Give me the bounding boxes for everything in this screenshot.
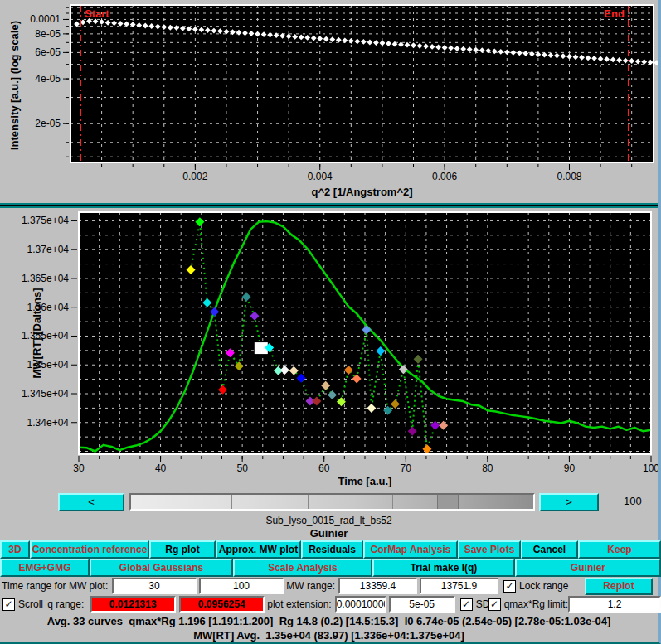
button-3d[interactable]: 3D <box>0 540 30 559</box>
button-row-2: EMG+GMG Global Gaussians Scale Analysis … <box>0 559 661 577</box>
scroll-wrap: ✓ Scroll <box>0 598 47 611</box>
q-to-input[interactable] <box>179 596 265 613</box>
svg-text:0.002: 0.002 <box>182 171 207 182</box>
button-row-1: 3D Concentration reference Rg plot Appro… <box>0 540 661 559</box>
svg-text:8e-05: 8e-05 <box>35 28 61 40</box>
status-line-1: Avg. 33 curves qmax*Rg 1.196 [1.191:1.20… <box>0 615 658 629</box>
time-range-label: Time range for MW plot: <box>0 580 112 592</box>
time-range-row: Time range for MW plot: MW range: ✓ Lock… <box>0 577 661 595</box>
svg-text:0.008: 0.008 <box>557 171 581 182</box>
lock-range-checkbox[interactable]: ✓ <box>503 580 516 593</box>
q-range-label: q range: <box>47 598 90 610</box>
button-scale-analysis[interactable]: Scale Analysis <box>233 559 372 577</box>
qmax-rg-wrap: ✓ qmax*Rg limit: <box>488 598 568 611</box>
svg-text:50: 50 <box>236 462 248 474</box>
guinier-plot-panel: Intensity [a.u.] (log scale) 0.0020.0040… <box>0 0 658 203</box>
scroll-checkbox[interactable]: ✓ <box>2 598 15 611</box>
button-residuals[interactable]: Residuals <box>301 540 363 559</box>
svg-text:1.365e+04: 1.365e+04 <box>22 273 69 284</box>
button-emg-gmg[interactable]: EMG+GMG <box>0 559 90 577</box>
guinier-xlabel: q^2 [1/Angstrom^2] <box>70 186 654 198</box>
scroll-label: Scroll <box>18 598 43 610</box>
svg-text:60: 60 <box>318 462 330 474</box>
mw-from-input[interactable] <box>338 578 417 594</box>
svg-text:0.004: 0.004 <box>308 171 333 182</box>
qmax-rg-label: qmax*Rg limit: <box>504 598 568 610</box>
plot-extension-label: plot extension: <box>265 598 335 610</box>
svg-text:100: 100 <box>643 462 658 474</box>
position-wheel[interactable] <box>129 493 535 511</box>
button-cormap-analysis[interactable]: CorMap Analysis <box>363 540 458 559</box>
mw-plot-canvas[interactable]: 304050607080901001.375e+041.37e+041.365e… <box>0 209 658 475</box>
time-to-input[interactable] <box>199 578 284 594</box>
lock-range-label: Lock range <box>519 580 568 592</box>
svg-text:0.006: 0.006 <box>432 171 457 182</box>
q-range-row: ✓ Scroll q range: plot extension: ✓ SD ✓… <box>0 595 661 613</box>
svg-text:40: 40 <box>155 462 167 474</box>
button-rg-plot[interactable]: Rg plot <box>149 540 216 559</box>
svg-text:2e-05: 2e-05 <box>35 118 61 129</box>
ext-from-input[interactable] <box>335 596 386 613</box>
button-replot[interactable]: Replot <box>585 578 653 595</box>
qmax-rg-checkbox[interactable]: ✓ <box>488 598 501 611</box>
button-save-plots[interactable]: Save Plots <box>458 540 521 559</box>
svg-text:70: 70 <box>401 462 412 474</box>
mw-plot-panel: MW[RT] [Daltons] 304050607080901001.375e… <box>0 209 658 492</box>
mw-to-input[interactable] <box>420 578 498 594</box>
button-concentration-reference[interactable]: Concentration reference <box>30 540 149 559</box>
svg-text:90: 90 <box>564 462 576 474</box>
guinier-ylabel: Intensity [a.u.] (log scale) <box>8 21 21 150</box>
wheel-thumb[interactable] <box>437 495 459 509</box>
sd-checkbox[interactable]: ✓ <box>460 598 473 611</box>
svg-text:4e-05: 4e-05 <box>35 73 61 85</box>
scroll-left-button[interactable]: < <box>58 493 124 511</box>
timeline-scroll-row: < > 100 <box>0 492 658 515</box>
button-approx-mw-plot[interactable]: Approx. MW plot <box>216 540 301 559</box>
button-guinier[interactable]: Guinier <box>515 559 661 577</box>
button-trial-make-iq[interactable]: Trial make I(q) <box>372 559 515 577</box>
ext-to-input[interactable] <box>389 596 455 613</box>
panel-separator <box>0 203 658 209</box>
svg-text:Start: Start <box>85 7 109 20</box>
button-keep[interactable]: Keep <box>578 540 661 559</box>
svg-text:6e-05: 6e-05 <box>35 46 61 58</box>
qmax-rg-value-input[interactable] <box>568 596 661 613</box>
svg-text:1.345e+04: 1.345e+04 <box>22 388 69 399</box>
position-value: 100 <box>624 495 642 507</box>
mw-range-label: MW range: <box>284 580 338 592</box>
svg-text:1.37e+04: 1.37e+04 <box>27 244 70 255</box>
mw-xlabel: Time [a.u.] <box>79 475 651 487</box>
status-line-2: MW[RT] Avg. 1.35e+04 (83.97) [1.336e+04:… <box>0 629 658 643</box>
svg-text:1.375e+04: 1.375e+04 <box>22 215 69 226</box>
hplc-saxs-guinier-window: Intensity [a.u.] (log scale) 0.0020.0040… <box>0 0 661 644</box>
guinier-plot-canvas[interactable]: 0.0020.0040.0060.0080.00018e-056e-054e-0… <box>0 0 658 184</box>
lock-range-wrap: ✓ Lock range <box>498 580 585 593</box>
time-from-input[interactable] <box>112 578 197 594</box>
mode-title: Guinier <box>0 527 658 540</box>
svg-text:End: End <box>604 7 625 20</box>
svg-text:0.0001: 0.0001 <box>30 13 61 25</box>
mw-ylabel: MW[RT] [Daltons] <box>31 288 43 378</box>
button-cancel[interactable]: Cancel <box>521 540 578 559</box>
sd-wrap: ✓ SD <box>455 598 488 611</box>
file-title: Sub_lyso_0015_rad_lt_bs52 <box>0 515 658 527</box>
button-global-gaussians[interactable]: Global Gaussians <box>90 559 233 577</box>
scroll-right-button[interactable]: > <box>539 493 599 511</box>
svg-text:80: 80 <box>482 462 493 474</box>
q-from-input[interactable] <box>90 596 176 613</box>
svg-text:1.34e+04: 1.34e+04 <box>27 417 70 429</box>
svg-text:1.355e+04: 1.355e+04 <box>22 330 69 341</box>
svg-text:30: 30 <box>73 462 85 474</box>
